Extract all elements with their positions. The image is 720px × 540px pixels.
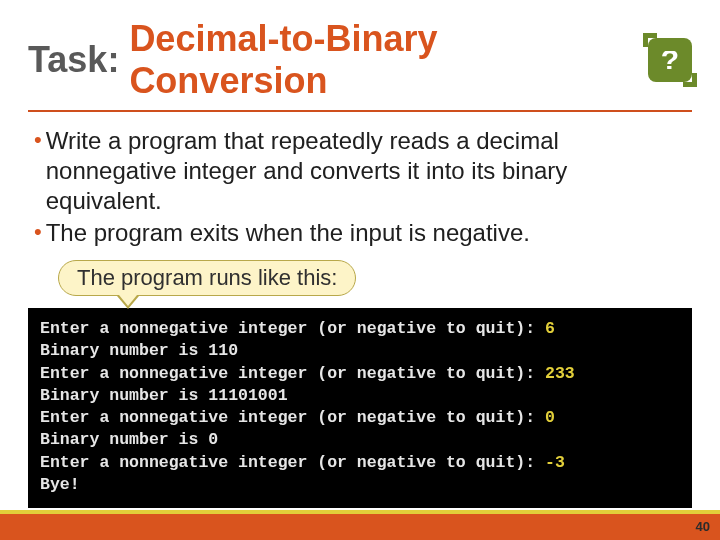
result-value: 0 [208,430,218,449]
question-mark: ? [661,45,679,75]
terminal-line: Binary number is 110 [40,340,680,362]
terminal-output: Enter a nonnegative integer (or negative… [28,308,692,508]
terminal-line: Enter a nonnegative integer (or negative… [40,363,680,385]
bullet-list: • Write a program that repeatedly reads … [28,126,692,248]
title-row: Task: Decimal-to-Binary Conversion ? [28,18,692,102]
question-icon: ? [648,38,692,82]
bullet-item: • Write a program that repeatedly reads … [34,126,686,216]
footer-bar [0,510,720,540]
bullet-dot-icon: • [34,126,42,155]
user-input: -3 [545,453,565,472]
terminal-line: Enter a nonnegative integer (or negative… [40,318,680,340]
result-value: 11101001 [208,386,287,405]
prompt-text: Enter a nonnegative integer (or negative… [40,364,545,383]
user-input: 0 [545,408,555,427]
callout-bubble: The program runs like this: [58,260,356,296]
prompt-text: Enter a nonnegative integer (or negative… [40,453,545,472]
terminal-line: Enter a nonnegative integer (or negative… [40,407,680,429]
exit-message: Bye! [40,475,80,494]
task-label: Task: [28,39,119,81]
result-prefix: Binary number is [40,430,208,449]
terminal-line: Bye! [40,474,680,496]
result-prefix: Binary number is [40,341,208,360]
terminal-line: Enter a nonnegative integer (or negative… [40,452,680,474]
bullet-item: • The program exits when the input is ne… [34,218,686,248]
task-title: Decimal-to-Binary Conversion [129,18,638,102]
result-value: 110 [208,341,238,360]
terminal-line: Binary number is 0 [40,429,680,451]
title-divider [28,110,692,112]
bullet-dot-icon: • [34,218,42,247]
user-input: 233 [545,364,575,383]
terminal-line: Binary number is 11101001 [40,385,680,407]
bullet-text: Write a program that repeatedly reads a … [46,126,686,216]
bullet-text: The program exits when the input is nega… [46,218,530,248]
prompt-text: Enter a nonnegative integer (or negative… [40,408,545,427]
user-input: 6 [545,319,555,338]
page-number: 40 [696,519,710,534]
slide: Task: Decimal-to-Binary Conversion ? • W… [0,0,720,540]
callout-text: The program runs like this: [77,265,337,290]
prompt-text: Enter a nonnegative integer (or negative… [40,319,545,338]
result-prefix: Binary number is [40,386,208,405]
